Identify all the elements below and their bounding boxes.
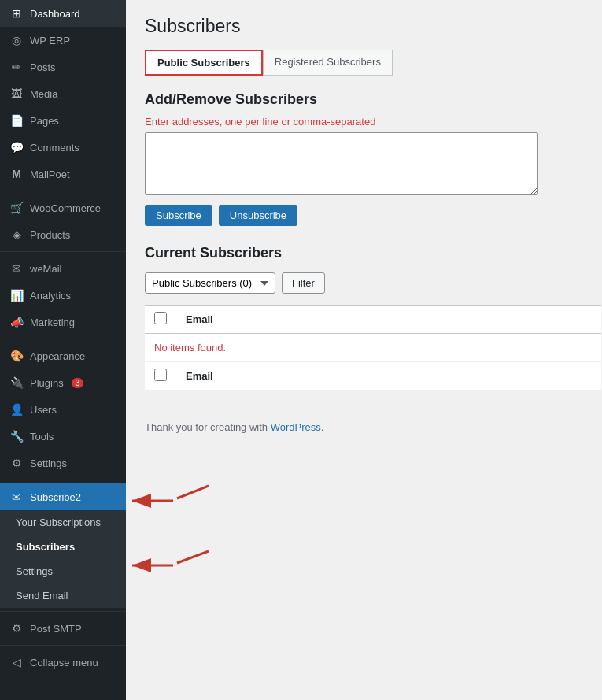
no-items-row: No items found. — [145, 334, 601, 362]
footer-punctuation: . — [321, 421, 324, 433]
sidebar-divider-3 — [0, 339, 126, 339]
action-buttons: Subscribe Unsubscribe — [145, 205, 583, 226]
sidebar-item-woocommerce[interactable]: 🛒 WooCommerce — [0, 194, 126, 221]
your-subscriptions-label: Your Subscriptions — [16, 517, 101, 528]
footer-text: Thank you for creating with — [145, 421, 271, 433]
sidebar-item-mailpoet[interactable]: M MailPoet — [0, 161, 126, 187]
sidebar-collapse-menu[interactable]: ◁ Collapse menu — [0, 649, 126, 676]
sidebar-item-your-subscriptions[interactable]: Your Subscriptions — [0, 510, 126, 535]
plugins-badge: 3 — [72, 378, 84, 388]
sidebar-item-sub-settings[interactable]: Settings — [0, 559, 126, 583]
add-remove-title: Add/Remove Subscribers — [145, 91, 583, 108]
sidebar-item-label: Media — [30, 88, 57, 100]
wperp-icon: ◎ — [9, 33, 24, 47]
wordpress-link[interactable]: WordPress — [271, 421, 321, 433]
email-input[interactable] — [145, 132, 538, 195]
subscribers-table: Email No items found. Email — [145, 305, 601, 390]
sidebar-item-wemail[interactable]: ✉ weMail — [0, 255, 126, 282]
sidebar-item-label: WooCommerce — [30, 202, 101, 214]
sidebar-item-label: Comments — [30, 142, 79, 154]
email-column-header: Email — [176, 306, 601, 334]
sidebar-item-analytics[interactable]: 📊 Analytics — [0, 282, 126, 309]
sidebar-item-label: Products — [30, 229, 70, 241]
pages-icon: 📄 — [9, 113, 24, 128]
sidebar-divider-6 — [0, 645, 126, 646]
subscribe2-submenu: Your Subscriptions Subscribers Settings … — [0, 510, 126, 608]
tools-icon: 🔧 — [9, 429, 24, 443]
email-footer-header: Email — [176, 362, 601, 391]
filter-select[interactable]: Public Subscribers (0) — [145, 272, 275, 294]
sidebar-item-settings[interactable]: ⚙ Settings — [0, 450, 126, 476]
page-footer: Thank you for creating with WordPress. — [145, 421, 583, 433]
sidebar-item-dashboard[interactable]: ⊞ Dashboard — [0, 0, 126, 27]
current-subscribers-title: Current Subscribers — [145, 245, 583, 261]
subscribers-label: Subscribers — [16, 541, 75, 553]
unsubscribe-button[interactable]: Unsubscribe — [219, 205, 297, 226]
sidebar-item-posts[interactable]: ✏ Posts — [0, 54, 126, 80]
sidebar-item-marketing[interactable]: 📣 Marketing — [0, 309, 126, 335]
tab-registered-subscribers[interactable]: Registered Subscribers — [263, 50, 393, 76]
sidebar-item-label: WP ERP — [30, 35, 70, 46]
sidebar-item-label: Subscribe2 — [30, 491, 81, 503]
sidebar-item-subscribers[interactable]: Subscribers — [0, 535, 126, 559]
sidebar-item-products[interactable]: ◈ Products — [0, 221, 126, 248]
sidebar-item-label: Users — [30, 404, 57, 416]
sub-settings-label: Settings — [16, 565, 53, 577]
page-title: Subscribers — [145, 16, 583, 37]
wemail-icon: ✉ — [9, 261, 24, 276]
no-items-text: No items found. — [145, 334, 601, 362]
sidebar-item-label: Marketing — [30, 317, 75, 328]
main-content: Subscribers Public Subscribers Registere… — [126, 0, 602, 700]
sidebar-item-appearance[interactable]: 🎨 Appearance — [0, 343, 126, 369]
sidebar-item-label: MailPoet — [30, 169, 70, 180]
post-smtp-icon: ⚙ — [9, 621, 24, 635]
sidebar-item-label: Appearance — [30, 350, 85, 362]
sidebar-divider-4 — [0, 480, 126, 480]
sidebar-divider-5 — [0, 611, 126, 612]
sidebar-item-pages[interactable]: 📄 Pages — [0, 107, 126, 134]
sidebar-item-label: Pages — [30, 115, 59, 127]
settings-icon: ⚙ — [9, 456, 24, 470]
products-icon: ◈ — [9, 228, 24, 242]
sidebar-item-wperp[interactable]: ◎ WP ERP — [0, 27, 126, 54]
sidebar-item-label: Settings — [30, 457, 67, 469]
sidebar-item-label: Dashboard — [30, 8, 80, 20]
select-all-footer-checkbox[interactable] — [154, 369, 167, 381]
filter-button[interactable]: Filter — [282, 272, 325, 294]
input-hint: Enter addresses, one per line or comma-s… — [145, 116, 583, 128]
subscribe2-icon: ✉ — [9, 490, 24, 504]
sidebar-item-subscribe2[interactable]: ✉ Subscribe2 — [0, 483, 126, 510]
tab-public-subscribers[interactable]: Public Subscribers — [145, 50, 263, 76]
sidebar-item-comments[interactable]: 💬 Comments — [0, 134, 126, 161]
sidebar-item-label: Plugins — [30, 377, 64, 389]
sidebar-item-send-email[interactable]: Send Email — [0, 583, 126, 608]
collapse-label: Collapse menu — [30, 657, 98, 669]
sidebar-item-label: Posts — [30, 61, 56, 73]
sidebar-divider-2 — [0, 251, 126, 252]
mailpoet-icon: M — [9, 167, 24, 181]
appearance-icon: 🎨 — [9, 349, 24, 363]
users-icon: 👤 — [9, 402, 24, 417]
sidebar-item-users[interactable]: 👤 Users — [0, 396, 126, 423]
woocommerce-icon: 🛒 — [9, 201, 24, 215]
sidebar-item-label: Tools — [30, 431, 54, 443]
comments-icon: 💬 — [9, 140, 24, 154]
send-email-label: Send Email — [16, 590, 68, 602]
sidebar-divider — [0, 191, 126, 191]
sidebar-item-media[interactable]: 🖼 Media — [0, 80, 126, 107]
tab-public-label: Public Subscribers — [157, 57, 250, 69]
tab-bar: Public Subscribers Registered Subscriber… — [145, 50, 583, 76]
subscribe-button[interactable]: Subscribe — [145, 205, 212, 226]
posts-icon: ✏ — [9, 60, 24, 74]
analytics-icon: 📊 — [9, 288, 24, 302]
sidebar-item-tools[interactable]: 🔧 Tools — [0, 423, 126, 450]
collapse-icon: ◁ — [9, 655, 24, 669]
sidebar-item-label: Analytics — [30, 290, 71, 302]
plugins-icon: 🔌 — [9, 376, 24, 390]
sidebar-item-post-smtp[interactable]: ⚙ Post SMTP — [0, 615, 126, 642]
sidebar-item-plugins[interactable]: 🔌 Plugins 3 — [0, 369, 126, 396]
select-all-checkbox[interactable] — [154, 312, 167, 324]
filter-row: Public Subscribers (0) Filter — [145, 272, 583, 294]
media-icon: 🖼 — [9, 87, 24, 101]
marketing-icon: 📣 — [9, 315, 24, 329]
